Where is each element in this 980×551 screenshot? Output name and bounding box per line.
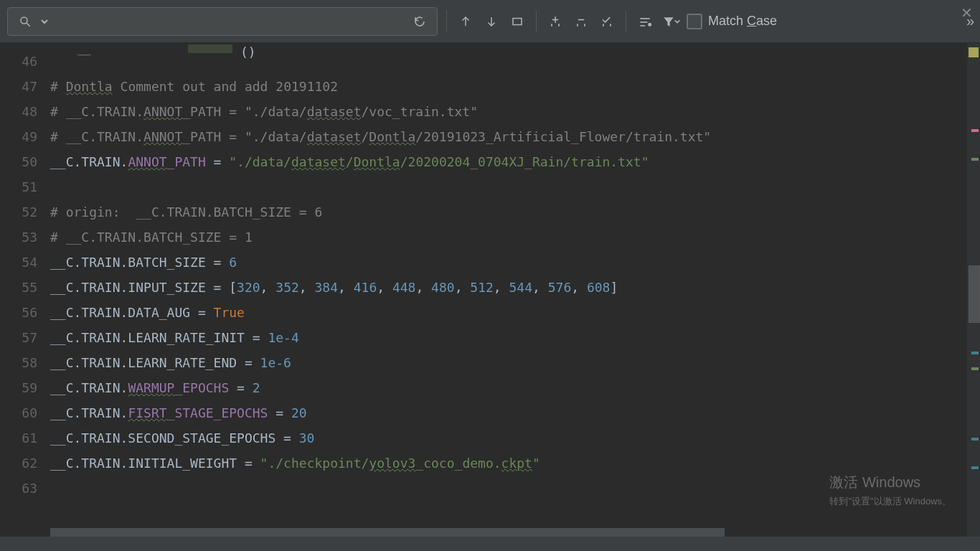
next-occurrence-icon[interactable] <box>481 11 501 32</box>
match-case-checkbox[interactable]: Match Case <box>687 14 777 29</box>
error-stripe-marker[interactable] <box>971 129 979 132</box>
code-content[interactable]: # Dontla Comment out and add 20191102# _… <box>50 43 980 537</box>
toolbar-divider <box>626 11 626 32</box>
code-line[interactable]: __C.TRAIN.INPUT_SIZE = [320, 352, 384, 4… <box>50 275 980 300</box>
code-line[interactable] <box>50 174 980 199</box>
code-line[interactable]: __C.TRAIN.DATA_AUG = True <box>50 300 980 325</box>
svg-line-1 <box>27 23 30 27</box>
line-number: 59 <box>0 375 37 400</box>
match-case-label: Match Case <box>708 14 777 29</box>
find-toolbar: Match Case » ✕ <box>0 0 980 43</box>
code-line[interactable]: # __C.TRAIN.BATCH_SIZE = 1 <box>50 225 980 250</box>
line-number: 54 <box>0 250 37 275</box>
error-stripe-marker[interactable] <box>971 352 979 354</box>
chevron-down-icon[interactable] <box>39 11 50 32</box>
line-number: 48 <box>0 99 37 124</box>
line-number: 52 <box>0 199 37 225</box>
editor-area: 464748495051525354555657585960616263 # D… <box>0 43 980 537</box>
inspection-indicator[interactable] <box>969 47 979 57</box>
line-number: 62 <box>0 451 37 476</box>
code-line[interactable] <box>50 49 980 74</box>
close-icon[interactable]: ✕ <box>961 4 973 22</box>
svg-point-17 <box>649 23 651 25</box>
code-line[interactable]: # __C.TRAIN.ANNOT_PATH = "./data/dataset… <box>50 124 980 149</box>
error-stripe-marker[interactable] <box>971 466 979 469</box>
toolbar-divider <box>536 11 537 32</box>
code-line[interactable]: # __C.TRAIN.ANNOT_PATH = "./data/dataset… <box>50 99 980 124</box>
line-number: 61 <box>0 425 37 451</box>
svg-rect-4 <box>513 18 522 24</box>
line-number: 55 <box>0 275 37 300</box>
remove-selection-icon[interactable] <box>571 11 591 32</box>
history-icon[interactable] <box>410 11 430 32</box>
select-all-icon[interactable] <box>597 11 617 32</box>
checkbox-icon <box>687 14 702 29</box>
code-line[interactable]: __C.TRAIN.INITIAL_WEIGHT = "./checkpoint… <box>50 451 980 476</box>
line-number: 46 <box>0 49 37 74</box>
search-input[interactable] <box>54 14 405 28</box>
code-line[interactable]: __C.TRAIN.BATCH_SIZE = 6 <box>50 250 980 275</box>
line-number: 58 <box>0 350 37 375</box>
code-line[interactable] <box>50 476 980 501</box>
horizontal-scrollbar-thumb[interactable] <box>50 528 725 537</box>
line-number: 47 <box>0 74 37 99</box>
code-line[interactable]: __C.TRAIN.LEARN_RATE_INIT = 1e-4 <box>50 325 980 350</box>
funnel-icon[interactable] <box>661 11 681 32</box>
filter-settings-icon[interactable] <box>635 11 655 32</box>
line-number: 60 <box>0 400 37 425</box>
line-number: 50 <box>0 149 37 174</box>
search-box[interactable] <box>7 7 438 36</box>
svg-marker-18 <box>664 17 673 26</box>
status-bar <box>0 537 980 551</box>
line-number: 63 <box>0 476 37 501</box>
line-number: 49 <box>0 124 37 149</box>
code-line[interactable]: __C.TRAIN.SECOND_STAGE_EPOCHS = 30 <box>50 425 980 451</box>
line-number: 53 <box>0 225 37 250</box>
toolbar-divider <box>446 11 447 32</box>
line-number: 57 <box>0 325 37 350</box>
code-line[interactable]: __C.TRAIN.LEARN_RATE_END = 1e-6 <box>50 350 980 375</box>
code-line[interactable]: __C.TRAIN.ANNOT_PATH = "./data/dataset/D… <box>50 149 980 174</box>
select-all-occurrences-icon[interactable] <box>507 11 527 32</box>
svg-point-0 <box>21 17 27 24</box>
error-stripe-marker[interactable] <box>971 158 979 161</box>
vertical-scrollbar-thumb[interactable] <box>969 265 980 323</box>
prev-occurrence-icon[interactable] <box>456 11 476 32</box>
error-stripe-marker[interactable] <box>971 367 979 370</box>
add-selection-icon[interactable] <box>545 11 565 32</box>
error-stripe-marker[interactable] <box>971 438 979 441</box>
line-number: 51 <box>0 174 37 199</box>
line-number-gutter: 464748495051525354555657585960616263 <box>0 43 50 537</box>
line-number: 56 <box>0 300 37 325</box>
code-line[interactable]: # Dontla Comment out and add 20191102 <box>50 74 980 99</box>
code-line[interactable]: # origin: __C.TRAIN.BATCH_SIZE = 6 <box>50 199 980 225</box>
search-icon <box>15 11 35 32</box>
code-line[interactable]: __C.TRAIN.FISRT_STAGE_EPOCHS = 20 <box>50 400 980 425</box>
code-line[interactable]: __C.TRAIN.WARMUP_EPOCHS = 2 <box>50 375 980 400</box>
